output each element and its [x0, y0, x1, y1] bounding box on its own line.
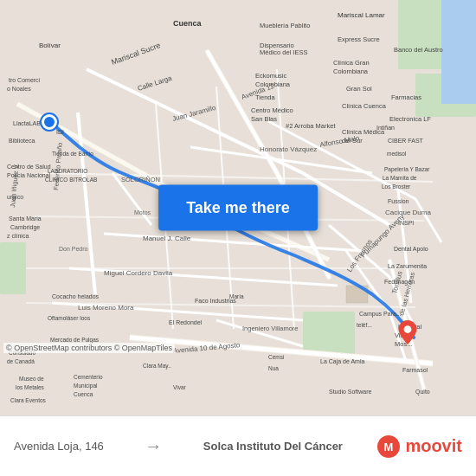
svg-text:Papelería Y Bazar: Papelería Y Bazar — [384, 166, 430, 173]
svg-text:Clara May..: Clara May.. — [143, 363, 171, 370]
moovit-logo-icon: M — [376, 434, 401, 459]
bottom-bar: Avenida Loja, 146 → Solca Instituto Del … — [0, 415, 476, 476]
svg-text:La Caja de Amla: La Caja de Amla — [320, 358, 364, 365]
svg-text:Ingeniero Villamore: Ingeniero Villamore — [242, 325, 298, 332]
svg-text:teléf...: teléf... — [357, 322, 372, 328]
svg-text:CLINICO BITROLAB: CLINICO BITROLAB — [45, 177, 97, 183]
svg-text:Fussion: Fussion — [388, 198, 409, 204]
svg-text:Honorato Vázquez: Honorato Vázquez — [260, 145, 317, 153]
moovit-logo: M moovit — [376, 434, 462, 459]
svg-text:Cementerio: Cementerio — [74, 374, 103, 380]
svg-text:María: María — [229, 293, 244, 299]
map-copyright: © OpenStreetMap contributors © OpenMapTi… — [3, 343, 175, 353]
svg-text:o Noales: o Noales — [7, 86, 31, 92]
svg-text:CIBER FAST: CIBER FAST — [388, 138, 424, 144]
svg-text:Municipal: Municipal — [74, 383, 98, 389]
svg-text:Miguel Cordero Davila: Miguel Cordero Davila — [104, 269, 173, 277]
svg-text:tro Comerci: tro Comerci — [9, 77, 41, 83]
svg-text:Electronica LF: Electronica LF — [389, 115, 431, 123]
svg-text:del Sur: del Sur — [342, 137, 363, 145]
take-me-there-button[interactable]: Take me there — [158, 185, 318, 231]
origin-pin — [42, 114, 57, 130]
arrow-icon: → — [145, 436, 162, 456]
to-section: Solca Instituto Del Cáncer — [203, 440, 343, 453]
svg-text:SOLORIÑON: SOLORIÑON — [121, 176, 160, 183]
svg-text:#2 Arroba Market: #2 Arroba Market — [286, 122, 336, 130]
svg-text:Santa Maria: Santa Maria — [9, 215, 42, 222]
moovit-logo-text: moovit — [405, 436, 462, 456]
svg-text:San Blas: San Blas — [251, 115, 277, 123]
svg-text:Cemsi: Cemsi — [268, 354, 284, 360]
svg-text:Médico del IESS: Médico del IESS — [260, 48, 307, 56]
svg-text:Nua: Nua — [268, 365, 279, 371]
svg-text:Campus Para...: Campus Para... — [359, 311, 402, 318]
svg-rect-4 — [303, 312, 355, 355]
svg-text:Centro Médico: Centro Médico — [251, 106, 293, 114]
map-view: Mariscal Sucre Calle Larga Juan Jaramill… — [0, 0, 476, 415]
svg-text:Studio Software: Studio Software — [329, 389, 372, 395]
destination-pin — [398, 320, 417, 339]
svg-text:Fedimagen: Fedimagen — [384, 279, 415, 286]
svg-text:Clínica Cuenca: Clínica Cuenca — [342, 102, 387, 110]
svg-text:Clínica Gran: Clínica Gran — [333, 59, 370, 67]
svg-text:Bolívar: Bolívar — [39, 42, 61, 49]
svg-text:Tienda de Barrio: Tienda de Barrio — [52, 151, 93, 157]
svg-text:Oftamoláser loos: Oftamoláser loos — [48, 315, 91, 321]
svg-text:z clínica: z clínica — [7, 233, 29, 239]
svg-text:Dental Apolo: Dental Apolo — [394, 246, 428, 253]
svg-text:LABORATORIO: LABORATORIO — [48, 168, 87, 174]
svg-text:Luis Moreno Mora: Luis Moreno Mora — [78, 304, 134, 312]
svg-point-103 — [404, 325, 412, 333]
svg-text:Quito: Quito — [415, 389, 430, 396]
svg-text:Cocacho helados: Cocacho helados — [52, 293, 100, 299]
svg-text:Gran Sol: Gran Sol — [346, 85, 372, 93]
svg-text:Biblioteca: Biblioteca — [9, 138, 35, 144]
svg-text:Cuenca: Cuenca — [173, 19, 203, 28]
svg-text:La Mamita de: La Mamita de — [383, 175, 417, 181]
svg-text:El Redondel: El Redondel — [169, 319, 203, 325]
svg-text:Colombiana: Colombiana — [333, 68, 369, 75]
svg-text:Clara Eventos: Clara Eventos — [10, 397, 47, 403]
svg-text:Mariscal Lamar: Mariscal Lamar — [338, 11, 385, 19]
svg-text:Eckomusic: Eckomusic — [255, 72, 287, 80]
svg-text:Museo de: Museo de — [19, 376, 44, 382]
svg-text:Farmacias: Farmacias — [391, 93, 421, 101]
svg-text:Centro de Salud: Centro de Salud — [7, 164, 51, 170]
svg-text:M: M — [384, 441, 394, 453]
svg-text:Motos: Motos — [134, 209, 151, 215]
svg-text:LlactaLAB: LlactaLAB — [13, 120, 41, 126]
svg-text:Farmasol: Farmasol — [402, 367, 428, 373]
svg-text:Mueblería Pablito: Mueblería Pablito — [260, 22, 310, 29]
svg-text:los Metales: los Metales — [16, 384, 45, 390]
to-label: Solca Instituto Del Cáncer — [203, 440, 343, 453]
svg-text:medisol: medisol — [387, 151, 407, 157]
svg-text:Tienda: Tienda — [255, 93, 275, 101]
svg-text:Don Pedro: Don Pedro — [59, 246, 88, 252]
svg-text:Colombiana: Colombiana — [255, 80, 291, 88]
svg-text:de Canadá: de Canadá — [7, 358, 35, 364]
from-label: Avenida Loja, 146 — [14, 440, 104, 453]
svg-text:La Zarumenita: La Zarumenita — [388, 263, 427, 269]
svg-text:Cuenca: Cuenca — [74, 391, 93, 397]
svg-text:Intiñan: Intiñan — [376, 125, 395, 131]
svg-text:Cambridge: Cambridge — [10, 224, 40, 231]
svg-text:INSPI: INSPI — [398, 220, 414, 226]
svg-text:Los Broster: Los Broster — [382, 183, 411, 190]
svg-text:Vivar: Vivar — [173, 384, 187, 390]
svg-text:Express Sucre: Express Sucre — [338, 35, 380, 43]
svg-text:Banco del Austro: Banco del Austro — [394, 46, 443, 54]
svg-text:urgico: urgico — [7, 194, 23, 201]
svg-text:IDI: IDI — [56, 129, 64, 135]
svg-rect-3 — [0, 242, 26, 294]
svg-text:Manuel J. Calle: Manuel J. Calle — [143, 235, 191, 242]
svg-text:Cacique Duma: Cacique Duma — [385, 209, 431, 216]
from-section: Avenida Loja, 146 — [14, 440, 104, 453]
